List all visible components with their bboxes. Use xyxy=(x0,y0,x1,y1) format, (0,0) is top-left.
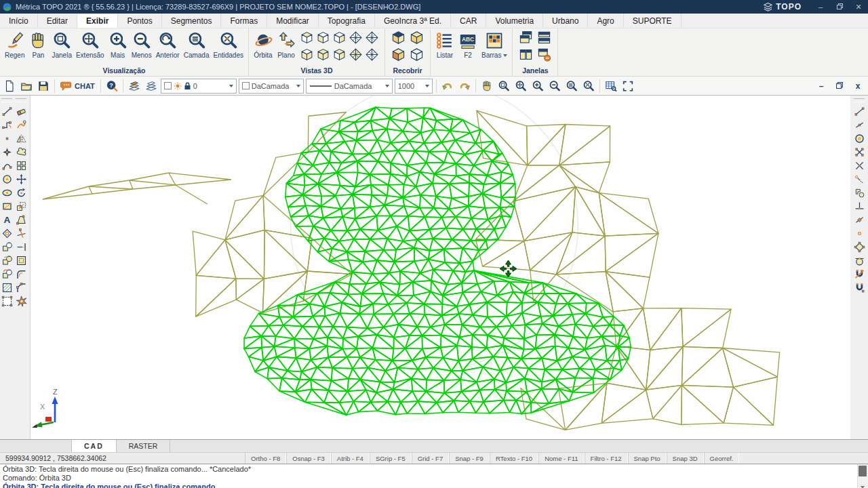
view-cube-se-icon[interactable] xyxy=(316,30,330,47)
explode-tool-button[interactable] xyxy=(14,294,28,308)
dropdown-caret-icon[interactable] xyxy=(503,54,507,57)
window-tile-horizontal-icon[interactable] xyxy=(536,30,552,48)
ribbon-listar-button[interactable]: Listar xyxy=(433,30,456,60)
array-tool-button[interactable] xyxy=(14,159,28,172)
toggle-sgrip-f5[interactable]: SGrip - F5 xyxy=(370,453,412,464)
ribbon-camada-button[interactable]: Camada xyxy=(182,30,212,60)
toggle-snap-f9[interactable]: Snap - F9 xyxy=(449,453,490,464)
rotate-entity-tool-button[interactable] xyxy=(0,267,14,281)
menu-agro[interactable]: Agro xyxy=(588,14,623,28)
ribbon-janela-button[interactable]: Janela xyxy=(50,30,73,60)
copy-entity-tool-button[interactable] xyxy=(0,253,14,267)
draw-arc-tool-button[interactable] xyxy=(0,159,14,172)
raster-clip-tool-button[interactable] xyxy=(0,294,14,308)
zoom-layer-icon[interactable] xyxy=(564,79,579,94)
undo-icon[interactable] xyxy=(440,79,455,94)
close-button[interactable]: ✕ xyxy=(849,3,868,12)
pan-icon[interactable] xyxy=(479,79,494,94)
toolbar-drag-handle[interactable] xyxy=(854,98,865,102)
lock-icon[interactable] xyxy=(184,82,191,90)
ribbon-barras-button[interactable]: Barras xyxy=(479,30,509,60)
toggle-atrib-f4[interactable]: Atrib - F4 xyxy=(331,453,370,464)
ribbon-mais-button[interactable]: Mais xyxy=(106,30,130,60)
menu-inicio[interactable]: Início xyxy=(0,14,38,28)
menu-volumetria[interactable]: Volumetria xyxy=(486,14,543,28)
snap-quadrant-button[interactable] xyxy=(852,240,866,253)
zoom-window-icon[interactable] xyxy=(496,79,511,94)
extend-tool-button[interactable] xyxy=(14,240,28,253)
menu-segmentos[interactable]: Segmentos xyxy=(162,14,222,28)
mirror-tool-button[interactable] xyxy=(14,131,28,145)
shade-flat-icon[interactable] xyxy=(409,30,425,48)
combo-caret-icon[interactable] xyxy=(229,85,233,87)
snap-nearest-button[interactable] xyxy=(852,213,866,226)
menu-modificar[interactable]: Modificar xyxy=(267,14,319,28)
menu-pontos[interactable]: Pontos xyxy=(118,14,161,28)
menu-topografia[interactable]: Topografia xyxy=(319,14,375,28)
view-octa-front-icon[interactable] xyxy=(365,30,379,47)
view-cube-top-icon[interactable] xyxy=(332,47,347,64)
layer-visible-checkbox[interactable] xyxy=(164,82,172,89)
view-octa-top-icon[interactable] xyxy=(349,30,363,47)
snap-extension-button[interactable] xyxy=(852,172,866,186)
view-cube-ne-icon[interactable] xyxy=(332,30,347,47)
toolbar-drag-handle[interactable] xyxy=(16,98,26,102)
rotate-tool-button[interactable] xyxy=(14,186,28,199)
doc-restore-button[interactable] xyxy=(831,81,848,91)
draw-line-tool-button[interactable] xyxy=(0,104,14,118)
window-tile-vertical-icon[interactable] xyxy=(518,47,534,65)
draw-circle-tool-button[interactable] xyxy=(0,172,14,186)
scrollbar-thumb[interactable] xyxy=(859,466,867,476)
combo-caret-icon[interactable] xyxy=(425,85,429,87)
toggle-filtro-f12[interactable]: Filtro - F12 xyxy=(585,453,628,464)
save-icon[interactable] xyxy=(36,79,51,94)
tab-raster[interactable]: RASTER xyxy=(117,440,171,452)
view-octa-side-icon[interactable] xyxy=(365,47,379,64)
doc-close-button[interactable]: x xyxy=(850,81,866,91)
redo-icon[interactable] xyxy=(457,79,472,94)
scale-tool-tool-button[interactable] xyxy=(14,199,28,213)
scale-combo[interactable]: 1000 xyxy=(395,79,433,94)
snap-perpendicular-button[interactable] xyxy=(852,199,866,213)
menu-car[interactable]: CAR xyxy=(451,14,486,28)
snap-endpoint-button[interactable] xyxy=(852,104,866,118)
draw-rectangle-tool-button[interactable] xyxy=(0,199,14,213)
table-zoom-icon[interactable] xyxy=(604,79,618,94)
erase-tool-button[interactable] xyxy=(14,104,28,118)
view-cube-bottom-icon[interactable] xyxy=(316,47,330,64)
ribbon-orbita-button[interactable]: Órbita xyxy=(252,30,275,60)
hatch-tool-button[interactable] xyxy=(0,281,14,294)
snap-node-button[interactable] xyxy=(852,145,866,159)
ribbon-menos-button[interactable]: Menos xyxy=(130,30,154,60)
zoom-entities-icon[interactable] xyxy=(581,79,596,94)
snap-midpoint-button[interactable] xyxy=(852,118,866,131)
snap-center-button[interactable] xyxy=(852,131,866,145)
menu-geoincra-3-ed[interactable]: GeoIncra 3ª Ed. xyxy=(375,14,451,28)
shade-wireframe-icon[interactable] xyxy=(409,47,425,65)
toggle-osnap-f3[interactable]: Osnap - F3 xyxy=(286,453,331,464)
offset-rect-tool-button[interactable] xyxy=(14,253,28,267)
chat-button[interactable]: CHAT xyxy=(58,80,97,92)
toggle-georref[interactable]: Georref. xyxy=(704,453,740,464)
ribbon-entidades-button[interactable]: Entidades xyxy=(211,30,245,60)
toggle-rtexto-f10[interactable]: RTexto - F10 xyxy=(490,453,538,464)
fillet-tool-button[interactable] xyxy=(14,267,28,281)
shade-solid-icon[interactable] xyxy=(391,30,406,48)
ribbon-regen-button[interactable]: Regen xyxy=(3,30,26,60)
toggle-grid-f7[interactable]: Grid - F7 xyxy=(412,453,449,464)
menu-formas[interactable]: Formas xyxy=(221,14,267,28)
shade-gouraud-icon[interactable] xyxy=(391,47,406,65)
osnap-settings-button[interactable] xyxy=(852,281,866,294)
menu-editar[interactable]: Editar xyxy=(38,14,77,28)
layer-combo[interactable]: 0 xyxy=(161,79,237,94)
toolbar-drag-handle[interactable] xyxy=(1,98,12,102)
revision-cloud-tool-button[interactable] xyxy=(14,145,28,159)
snap-tangent-button[interactable] xyxy=(852,253,866,267)
doc-minimize-button[interactable]: – xyxy=(813,81,829,91)
window-cascade-icon[interactable] xyxy=(518,30,534,48)
draw-text-tool-button[interactable]: A xyxy=(0,213,14,226)
move-tool-button[interactable] xyxy=(14,172,28,186)
file-new-icon[interactable] xyxy=(2,79,17,94)
draw-point-tool-button[interactable] xyxy=(0,131,14,145)
minimize-button[interactable]: – xyxy=(811,3,830,11)
